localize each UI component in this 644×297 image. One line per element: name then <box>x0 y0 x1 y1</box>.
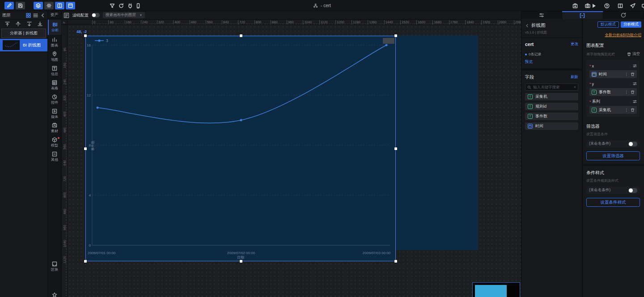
svg-text:2009/07/01 00:00: 2009/07/01 00:00 <box>88 251 116 255</box>
panel-toggle-icon[interactable] <box>64 13 69 18</box>
tab-style-settings[interactable] <box>521 11 562 19</box>
nav-item-tables[interactable]: 表格 <box>48 79 61 92</box>
tab-data-config[interactable] <box>562 11 603 19</box>
slot-settings-icon[interactable] <box>633 82 637 86</box>
layers-button[interactable] <box>34 2 43 9</box>
mobile-preview-icon[interactable] <box>133 2 143 9</box>
move-down-icon[interactable] <box>26 21 32 27</box>
collapse-panel-icon[interactable] <box>40 13 45 18</box>
preview-link[interactable]: 预览 <box>525 59 578 65</box>
list-view-icon[interactable] <box>33 13 38 18</box>
grid-view-icon[interactable] <box>26 13 31 18</box>
field-item[interactable]: T 事件数 <box>525 113 578 120</box>
field-more-icon[interactable]: ⋮ <box>624 72 628 76</box>
field-item[interactable]: T 规则id <box>525 103 578 110</box>
design-canvas[interactable]: 48, -2 3 04812162009/07/01 00:002009/07/… <box>68 25 521 297</box>
string-field-icon: T <box>592 90 597 95</box>
preview-layout-button[interactable] <box>615 2 625 9</box>
nav-item-models[interactable]: 模型 <box>48 136 61 149</box>
field-more-icon[interactable]: ⋮ <box>624 108 628 112</box>
play-button[interactable] <box>591 2 597 9</box>
default-mode-button[interactable]: 默认模式 <box>597 21 619 28</box>
bring-to-front-icon[interactable] <box>4 21 10 27</box>
x-axis-field-chip[interactable]: 时间 ⋮ <box>589 70 637 78</box>
material-icon <box>52 123 57 128</box>
nav-item-materials[interactable]: 素材 <box>48 121 61 135</box>
field-search-input[interactable] <box>533 85 572 89</box>
clear-search-icon[interactable]: × <box>574 85 576 89</box>
save-button[interactable] <box>16 2 25 9</box>
tab-history[interactable] <box>603 11 644 19</box>
display-button[interactable] <box>640 2 644 9</box>
y-axis-field-chip[interactable]: T 事件数 ⋮ <box>589 88 637 96</box>
nav-item-others[interactable]: 其他 <box>48 150 61 163</box>
nav-item-favorites[interactable] <box>48 288 61 297</box>
series-field-chip[interactable]: T 采集机 ⋮ <box>589 106 637 114</box>
filter-config-toggle[interactable] <box>92 13 100 17</box>
ruler-corner-toggle[interactable]: ⟀ <box>62 20 68 25</box>
resize-handle-n[interactable] <box>240 34 242 37</box>
set-filter-button[interactable]: 设置筛选器 <box>586 151 640 160</box>
layer-search-select[interactable]: 搜索画布中的图层 ▼ <box>103 12 145 18</box>
widget-icon <box>52 94 57 100</box>
split-view-button[interactable] <box>55 2 64 9</box>
line-chart-widget[interactable]: 3 04812162009/07/01 00:002009/07/02 00:0… <box>85 36 396 261</box>
resize-handle-s[interactable] <box>240 260 242 263</box>
resize-handle-sw[interactable] <box>84 260 87 263</box>
nav-item-widgets[interactable]: 控件 <box>48 93 61 106</box>
resize-handle-nw[interactable] <box>84 34 87 37</box>
back-icon[interactable] <box>525 24 529 28</box>
clear-fields-button[interactable]: 清空 <box>627 51 640 57</box>
y-axis-slot-label: *y <box>589 80 637 87</box>
cond-style-toggle[interactable] <box>628 188 637 193</box>
change-dataset-link[interactable]: 更改 <box>571 42 578 47</box>
field-item[interactable]: 时间 <box>525 122 578 130</box>
move-up-icon[interactable] <box>15 21 21 27</box>
snapshot-button[interactable] <box>66 2 75 9</box>
trash-icon <box>627 52 631 56</box>
chart-legend[interactable]: 3 <box>95 38 108 43</box>
remove-field-icon[interactable] <box>631 108 635 112</box>
analysis-mode-button[interactable]: 分析模式 <box>621 21 641 28</box>
export-button[interactable] <box>570 2 580 9</box>
nav-item-charts[interactable]: 图表 <box>48 36 61 49</box>
remove-field-icon[interactable] <box>631 72 635 76</box>
set-cond-style-button[interactable]: 设置条件样式 <box>586 198 640 207</box>
slot-settings-icon[interactable] <box>633 100 637 104</box>
edit-button[interactable] <box>4 2 14 9</box>
filter-tool-icon[interactable] <box>107 2 117 9</box>
minimap-viewport[interactable] <box>475 285 507 297</box>
remove-field-icon[interactable] <box>631 90 635 94</box>
nav-item-blocks[interactable]: 区块 <box>48 260 61 273</box>
field-search-box[interactable]: × <box>525 84 578 91</box>
settings-button[interactable] <box>44 2 54 9</box>
conditional-style-section: 条件样式 设置条件规则及样式 (未命名条件) 设置条件样式 <box>583 166 644 210</box>
nav-item-media[interactable]: 媒体 <box>48 107 61 121</box>
layer-group-item[interactable]: 分析器 | 折线图 <box>1 29 46 38</box>
widget-menu-button[interactable] <box>383 38 394 44</box>
resize-handle-e[interactable] <box>394 147 397 150</box>
field-more-icon[interactable]: ⋮ <box>624 90 628 94</box>
help-button[interactable] <box>602 2 612 9</box>
resize-handle-ne[interactable] <box>394 34 397 37</box>
promo-link[interactable]: 全新分析&BI功能介绍 <box>605 33 641 37</box>
vertical-ruler[interactable]: 8016024032040048056064072080088096010401… <box>62 25 68 297</box>
sliders-icon <box>539 13 544 18</box>
send-to-back-icon[interactable] <box>37 21 43 27</box>
refresh-fields-link[interactable]: 刷新 <box>571 75 578 80</box>
records-count: 0条记录 <box>529 52 541 57</box>
nav-item-bi-analysis[interactable]: BI 分析 <box>48 20 61 35</box>
canvas-minimap[interactable] <box>472 282 520 297</box>
resize-handle-w[interactable] <box>84 147 87 150</box>
resize-handle-se[interactable] <box>394 260 397 263</box>
nav-item-info[interactable]: 信息 <box>48 64 61 78</box>
publish-button[interactable] <box>628 2 638 9</box>
tab-assets[interactable]: 资产 <box>48 11 61 19</box>
horizontal-ruler[interactable]: 0801602403204004805606407208008809601040… <box>68 20 521 25</box>
filter-condition-toggle[interactable] <box>628 142 637 146</box>
nav-item-maps[interactable]: 地图 <box>48 50 61 63</box>
layer-item-selected[interactable]: BI 折线图 <box>0 39 47 51</box>
slot-settings-icon[interactable] <box>633 64 637 68</box>
refresh-tool-icon[interactable] <box>116 2 126 9</box>
field-item[interactable]: T 采集机 <box>525 93 578 100</box>
